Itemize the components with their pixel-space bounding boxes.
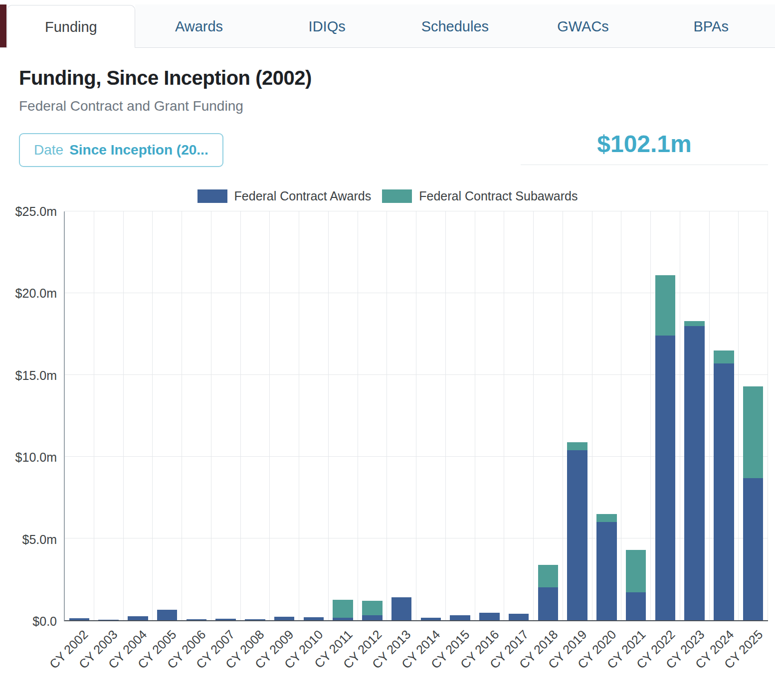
tab-bpas[interactable]: BPAs — [647, 4, 775, 47]
total-funding-block: $102.1m — [521, 130, 768, 165]
subawards-bar-segment[interactable] — [714, 350, 734, 363]
bar-column[interactable] — [241, 211, 270, 620]
bar-stack — [128, 211, 148, 620]
awards-bar-segment[interactable] — [743, 478, 763, 620]
subawards-bar-segment[interactable] — [684, 321, 704, 326]
awards-bar-segment[interactable] — [245, 619, 265, 620]
x-axis-labels: CY 2002CY 2003CY 2004CY 2005CY 2006CY 20… — [64, 621, 768, 690]
bar-stack — [684, 211, 704, 620]
subawards-bar-segment[interactable] — [596, 514, 616, 522]
bar-column[interactable] — [534, 211, 563, 620]
bar-stack — [245, 211, 265, 620]
x-axis-label: CY 2025 — [739, 621, 768, 690]
bar-column[interactable] — [739, 211, 768, 620]
bar-column[interactable] — [563, 211, 592, 620]
plot-area — [64, 211, 768, 621]
bar-column[interactable] — [710, 211, 739, 620]
awards-bar-segment[interactable] — [567, 450, 587, 620]
awards-bar-segment[interactable] — [479, 613, 499, 620]
awards-swatch — [197, 189, 227, 203]
subawards-bar-segment[interactable] — [655, 275, 675, 336]
awards-bar-segment[interactable] — [274, 617, 294, 620]
awards-bar-segment[interactable] — [421, 618, 441, 620]
bar-stack — [215, 211, 235, 620]
y-axis: $0.0$5.0m$10.0m$15.0m$20.0m$25.0m — [0, 211, 64, 621]
awards-bar-segment[interactable] — [304, 617, 324, 620]
page-title: Funding, Since Inception (2002) — [19, 67, 768, 89]
bar-stack — [479, 211, 499, 620]
date-filter-prefix: Date — [34, 142, 63, 158]
bar-column[interactable] — [182, 211, 211, 620]
awards-bar-segment[interactable] — [626, 592, 646, 620]
total-funding-value: $102.1m — [597, 131, 692, 157]
bar-stack — [421, 211, 441, 620]
legend-item-subawards[interactable]: Federal Contract Subawards — [382, 189, 578, 203]
y-axis-tick-label: $15.0m — [15, 368, 57, 382]
bar-column[interactable] — [416, 211, 446, 620]
subawards-bar-segment[interactable] — [743, 386, 763, 478]
tab-gwacs[interactable]: GWACs — [519, 4, 647, 47]
bar-column[interactable] — [153, 211, 182, 620]
bar-column[interactable] — [65, 211, 94, 620]
awards-bar-segment[interactable] — [128, 616, 148, 620]
chart-legend: Federal Contract Awards Federal Contract… — [0, 189, 775, 203]
bar-stack — [596, 211, 616, 620]
bar-column[interactable] — [475, 211, 505, 620]
bar-column[interactable] — [592, 211, 622, 620]
awards-bar-segment[interactable] — [98, 620, 118, 620]
bar-column[interactable] — [329, 211, 358, 620]
awards-bar-segment[interactable] — [157, 610, 177, 620]
bar-column[interactable] — [446, 211, 475, 620]
bar-column[interactable] — [621, 211, 651, 620]
subawards-swatch — [382, 189, 412, 203]
bar-stack — [333, 211, 353, 620]
bar-column[interactable] — [211, 211, 241, 620]
awards-bar-segment[interactable] — [215, 619, 235, 620]
subawards-bar-segment[interactable] — [626, 550, 646, 592]
awards-bar-segment[interactable] — [684, 326, 704, 620]
tab-funding[interactable]: Funding — [7, 5, 135, 48]
bar-stack — [98, 211, 118, 620]
awards-bar-segment[interactable] — [509, 614, 529, 620]
tab-schedules[interactable]: Schedules — [391, 4, 519, 47]
legend-item-awards[interactable]: Federal Contract Awards — [197, 189, 372, 203]
bar-stack — [304, 211, 324, 620]
awards-bar-segment[interactable] — [187, 619, 206, 620]
subawards-bar-segment[interactable] — [333, 600, 353, 618]
tab-awards[interactable]: Awards — [135, 4, 263, 47]
bar-column[interactable] — [387, 211, 416, 620]
awards-bar-segment[interactable] — [538, 587, 558, 620]
awards-bar-segment[interactable] — [655, 336, 675, 620]
awards-bar-segment[interactable] — [450, 615, 470, 620]
awards-bar-segment[interactable] — [596, 522, 616, 620]
bar-column[interactable] — [299, 211, 329, 620]
awards-bar-segment[interactable] — [391, 597, 411, 620]
bar-column[interactable] — [270, 211, 299, 620]
bar-column[interactable] — [124, 211, 153, 620]
bar-stack — [655, 211, 675, 620]
awards-bar-segment[interactable] — [362, 615, 382, 620]
tab-idiqs[interactable]: IDIQs — [263, 4, 391, 47]
bar-column[interactable] — [651, 211, 680, 620]
subawards-bar-segment[interactable] — [362, 601, 382, 616]
awards-bar-segment[interactable] — [714, 363, 734, 620]
y-axis-tick-label: $0.0 — [32, 614, 57, 629]
bar-stack — [391, 211, 411, 620]
subawards-legend-label: Federal Contract Subawards — [419, 189, 578, 203]
bar-column[interactable] — [94, 211, 124, 620]
awards-bar-segment[interactable] — [333, 618, 353, 620]
page-header: Funding, Since Inception (2002) Federal … — [0, 48, 775, 114]
bar-column[interactable] — [358, 211, 388, 620]
bar-stack — [362, 211, 382, 620]
date-filter-button[interactable]: Date Since Inception (20... — [19, 133, 223, 167]
awards-bar-segment[interactable] — [69, 618, 89, 620]
subawards-bar-segment[interactable] — [538, 565, 558, 588]
bar-stack — [538, 211, 558, 620]
page-subtitle: Federal Contract and Grant Funding — [19, 98, 768, 114]
bars-container — [65, 211, 768, 620]
bar-column[interactable] — [504, 211, 534, 620]
bar-stack — [69, 211, 89, 620]
controls-row: Date Since Inception (20... $102.1m — [0, 114, 775, 167]
subawards-bar-segment[interactable] — [567, 442, 587, 450]
bar-column[interactable] — [680, 211, 710, 620]
